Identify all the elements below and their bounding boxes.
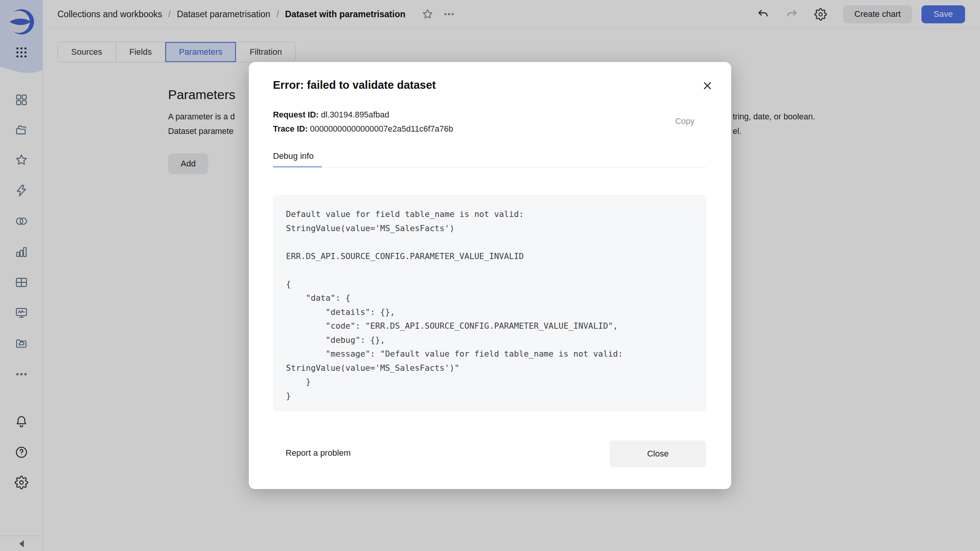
close-icon[interactable] [701,80,714,92]
close-button[interactable]: Close [609,440,706,467]
report-problem-link[interactable]: Report a problem [286,448,351,458]
app-root: Collections and workbooks / Dataset para… [0,0,980,551]
tab-divider [273,167,706,168]
error-dialog: Error: failed to validate dataset Reques… [249,62,731,489]
request-id-value: dl.30194.895afbad [321,110,389,119]
request-id-row: Request ID: dl.30194.895afbad [273,108,453,122]
tab-debug-info[interactable]: Debug info [273,151,314,161]
trace-id-label: Trace ID: [273,124,308,134]
error-meta: Request ID: dl.30194.895afbad Trace ID: … [273,108,453,136]
debug-output: Default value for field table_name is no… [273,195,707,411]
copy-button[interactable]: Copy [675,117,694,126]
debug-output-text: Default value for field table_name is no… [286,207,694,403]
dialog-title: Error: failed to validate dataset [273,79,436,91]
trace-id-row: Trace ID: 00000000000000007e2a5d11c6f7a7… [273,122,453,136]
request-id-label: Request ID: [273,110,318,119]
trace-id-value: 00000000000000007e2a5d11c6f7a76b [310,124,453,134]
